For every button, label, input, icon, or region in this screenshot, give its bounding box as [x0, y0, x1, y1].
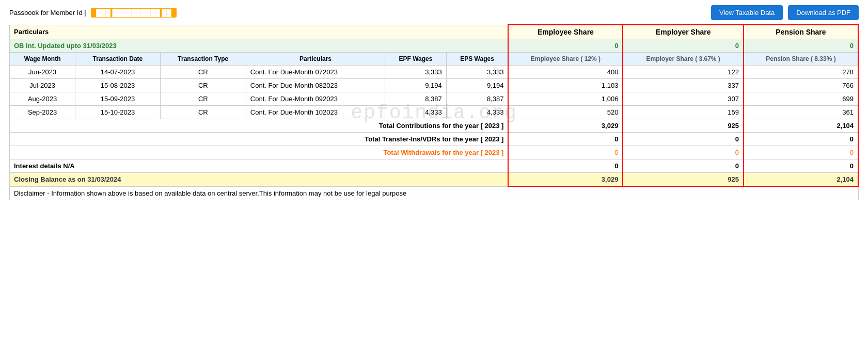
closing-balance-pension: 2,104: [744, 173, 858, 187]
eps-wages-cell: 9,194: [446, 79, 508, 92]
wage-month-cell: Jul-2023: [10, 79, 75, 92]
particulars-col-header: Particulars: [246, 53, 385, 66]
transaction-date-cell: 15-08-2023: [75, 79, 161, 92]
epf-wages-cell: 4,333: [385, 106, 447, 119]
ob-row: OB Int. Updated upto 31/03/2023 0 0 0: [10, 39, 859, 53]
watermark-container: epfoindia.org Particulars Employee Share…: [9, 24, 859, 200]
transaction-type-col-header: Transaction Type: [160, 53, 246, 66]
closing-balance-employee: 3,029: [508, 173, 623, 187]
epf-wages-col-header: EPF Wages: [385, 53, 447, 66]
particulars-cell: Cont. For Due-Month 082023: [246, 79, 385, 92]
interest-details-row: Interest details N/A 0 0 0: [10, 159, 859, 173]
transaction-type-cell: CR: [160, 66, 246, 79]
employer-share-cell: 307: [623, 92, 744, 106]
total-contributions-pension: 2,104: [744, 119, 858, 133]
total-contributions-employee: 3,029: [508, 119, 623, 133]
interest-details-employee: 0: [508, 159, 623, 173]
view-taxable-button[interactable]: View Taxable Data: [711, 5, 783, 20]
eps-wages-col-header: EPS Wages: [446, 53, 508, 66]
total-transfer-ins-pension: 0: [744, 133, 858, 146]
epf-wages-cell: 8,387: [385, 92, 447, 106]
particulars-header: Particulars: [10, 25, 509, 39]
wage-month-cell: Jun-2023: [10, 66, 75, 79]
employer-share-cell: 337: [623, 79, 744, 92]
employer-share-cell: 122: [623, 66, 744, 79]
employee-share-cell: 1,006: [508, 92, 623, 106]
eps-wages-cell: 4,333: [446, 106, 508, 119]
total-withdrawals-row: Total Withdrawals for the year [ 2023 ] …: [10, 146, 859, 159]
wage-month-col-header: Wage Month: [10, 53, 75, 66]
ob-label: OB Int. Updated upto 31/03/2023: [10, 39, 509, 53]
pension-share-cell: 699: [744, 92, 858, 106]
interest-details-employer: 0: [623, 159, 744, 173]
total-transfer-ins-label: Total Transfer-Ins/VDRs for the year [ 2…: [10, 133, 509, 146]
data-rows-body: Jun-2023 14-07-2023 CR Cont. For Due-Mon…: [10, 66, 859, 119]
transaction-type-cell: CR: [160, 92, 246, 106]
passbook-table: Particulars Employee Share Employer Shar…: [9, 24, 859, 200]
total-withdrawals-label: Total Withdrawals for the year [ 2023 ]: [10, 146, 509, 159]
transaction-type-cell: CR: [160, 79, 246, 92]
employee-share-header: Employee Share: [508, 25, 623, 39]
employee-share-pct-header: Employee Share ( 12% ): [508, 53, 623, 66]
eps-wages-cell: 8,387: [446, 92, 508, 106]
transaction-date-cell: 15-09-2023: [75, 92, 161, 106]
total-transfer-ins-employer: 0: [623, 133, 744, 146]
pension-share-header: Pension Share: [744, 25, 858, 39]
epf-wages-cell: 3,333: [385, 66, 447, 79]
interest-details-pension: 0: [744, 159, 858, 173]
total-transfer-ins-employee: 0: [508, 133, 623, 146]
wage-month-cell: Sep-2023: [10, 106, 75, 119]
member-id-section: Passbook for Member Id | ███ ██████████ …: [9, 8, 177, 18]
separator: |: [84, 9, 88, 17]
total-withdrawals-pension: 0: [744, 146, 858, 159]
col-headers-row: Wage Month Transaction Date Transaction …: [10, 53, 859, 66]
transaction-type-cell: CR: [160, 106, 246, 119]
ob-pension-val: 0: [744, 39, 858, 53]
transaction-date-cell: 15-10-2023: [75, 106, 161, 119]
pension-share-cell: 766: [744, 79, 858, 92]
eps-wages-cell: 3,333: [446, 66, 508, 79]
particulars-cell: Cont. For Due-Month 092023: [246, 92, 385, 106]
employer-share-cell: 159: [623, 106, 744, 119]
total-contributions-employer: 925: [623, 119, 744, 133]
total-transfer-ins-row: Total Transfer-Ins/VDRs for the year [ 2…: [10, 133, 859, 146]
employer-share-header: Employer Share: [623, 25, 744, 39]
pension-share-cell: 278: [744, 66, 858, 79]
closing-balance-label: Closing Balance as on 31/03/2024: [10, 173, 509, 187]
total-withdrawals-employer: 0: [623, 146, 744, 159]
table-row: Jul-2023 15-08-2023 CR Cont. For Due-Mon…: [10, 79, 859, 92]
ob-employer-val: 0: [623, 39, 744, 53]
transaction-date-cell: 14-07-2023: [75, 66, 161, 79]
passbook-label: Passbook for Member Id: [9, 9, 83, 17]
total-withdrawals-employee: 0: [508, 146, 623, 159]
total-contributions-row: Total Contributions for the year [ 2023 …: [10, 119, 859, 133]
closing-balance-row: Closing Balance as on 31/03/2024 3,029 9…: [10, 173, 859, 187]
disclaimer-text: Disclaimer - Information shown above is …: [10, 186, 859, 200]
download-pdf-button[interactable]: Download as PDF: [788, 5, 859, 20]
table-header-row: Particulars Employee Share Employer Shar…: [10, 25, 859, 39]
closing-balance-employer: 925: [623, 173, 744, 187]
table-row: Sep-2023 15-10-2023 CR Cont. For Due-Mon…: [10, 106, 859, 119]
member-id-value: ███ ██████████ ██: [91, 8, 176, 18]
top-buttons: View Taxable Data Download as PDF: [711, 5, 859, 20]
ob-employee-val: 0: [508, 39, 623, 53]
employee-share-cell: 1,103: [508, 79, 623, 92]
disclaimer-row: Disclaimer - Information shown above is …: [10, 186, 859, 200]
employee-share-cell: 400: [508, 66, 623, 79]
epf-wages-cell: 9,194: [385, 79, 447, 92]
interest-details-label: Interest details N/A: [10, 159, 509, 173]
employee-share-cell: 520: [508, 106, 623, 119]
particulars-cell: Cont. For Due-Month 102023: [246, 106, 385, 119]
pension-share-cell: 361: [744, 106, 858, 119]
wage-month-cell: Aug-2023: [10, 92, 75, 106]
top-bar: Passbook for Member Id | ███ ██████████ …: [0, 0, 868, 24]
pension-share-pct-header: Pension Share ( 8.33% ): [744, 53, 858, 66]
main-container: epfoindia.org Particulars Employee Share…: [0, 24, 868, 205]
transaction-date-col-header: Transaction Date: [75, 53, 161, 66]
employer-share-pct-header: Employer Share ( 3.67% ): [623, 53, 744, 66]
table-row: Jun-2023 14-07-2023 CR Cont. For Due-Mon…: [10, 66, 859, 79]
total-contributions-label: Total Contributions for the year [ 2023 …: [10, 119, 509, 133]
table-row: Aug-2023 15-09-2023 CR Cont. For Due-Mon…: [10, 92, 859, 106]
particulars-cell: Cont. For Due-Month 072023: [246, 66, 385, 79]
